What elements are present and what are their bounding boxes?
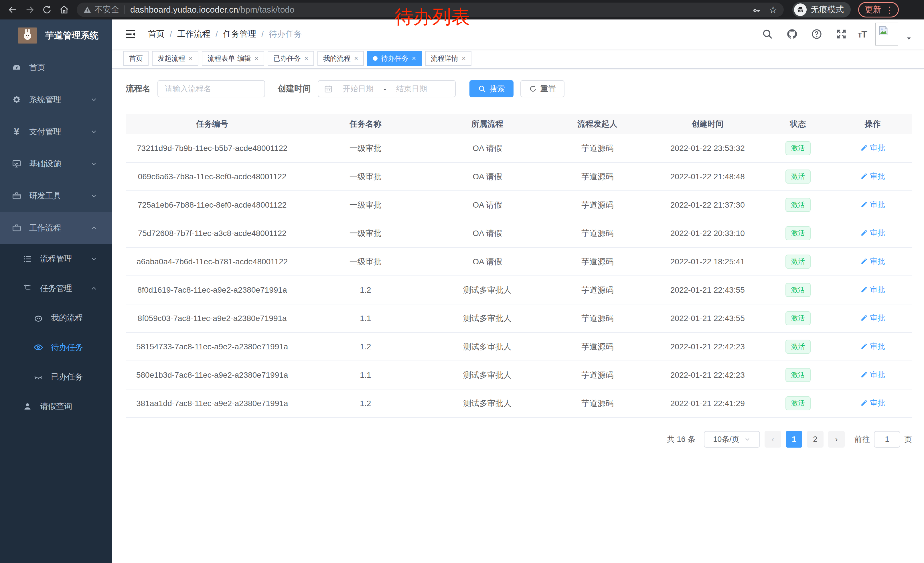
breadcrumb-item[interactable]: 首页 [148, 29, 165, 40]
approve-link[interactable]: 审批 [861, 341, 885, 351]
address-bar[interactable]: 不安全 dashboard.yudao.iocoder.cn/bpm/task/… [77, 3, 784, 17]
sidebar-item-dev-tools[interactable]: 研发工具 [0, 180, 112, 212]
sidebar-item-label: 已办任务 [51, 371, 83, 382]
tab-label: 流程表单-编辑 [207, 54, 251, 63]
prev-page-button[interactable]: ‹ [765, 431, 781, 447]
page-size-select[interactable]: 10条/页 [704, 431, 760, 447]
help-icon[interactable] [808, 26, 825, 42]
process-name-input[interactable] [165, 84, 258, 93]
search-button[interactable]: 搜索 [470, 80, 513, 98]
sidebar-item-todo-tasks[interactable]: 待办任务 [0, 332, 112, 362]
sidebar-item-label: 我的流程 [51, 312, 83, 323]
sidebar-item-leave-query[interactable]: 请假查询 [0, 392, 112, 421]
start-date-input[interactable] [337, 84, 380, 93]
status-badge: 激活 [786, 283, 811, 297]
browser-home-icon[interactable] [57, 2, 72, 17]
fullscreen-icon[interactable] [833, 26, 849, 42]
pen-icon [861, 286, 868, 293]
tasks-table: 任务编号 任务名称 所属流程 流程发起人 创建时间 状态 操作 73211d9d… [126, 114, 912, 418]
breadcrumb-item[interactable]: 工作流程 [177, 29, 210, 40]
goto-page-input[interactable] [874, 431, 900, 447]
caret-down-icon[interactable] [905, 35, 912, 42]
process-name-field[interactable] [158, 80, 265, 98]
cell-process: 测试多审批人 [432, 389, 542, 417]
end-date-input[interactable] [390, 84, 433, 93]
breadcrumb-item[interactable]: 任务管理 [223, 29, 256, 40]
browser-update-button[interactable]: 更新 ⋮ [858, 2, 899, 18]
close-icon[interactable]: × [462, 54, 466, 62]
range-separator: - [384, 84, 386, 93]
close-icon[interactable]: × [189, 54, 193, 62]
sidebar-item-label: 待办任务 [51, 342, 83, 353]
avatar[interactable] [875, 23, 898, 45]
cell-initiator: 芋道源码 [542, 248, 652, 276]
sidebar-item-payment[interactable]: ¥ 支付管理 [0, 116, 112, 148]
search-button-label: 搜索 [489, 84, 505, 94]
tab-my-process[interactable]: 我的流程× [318, 51, 364, 66]
browser-forward-icon[interactable] [22, 2, 37, 17]
status-badge: 激活 [786, 198, 811, 212]
password-key-icon[interactable] [752, 5, 761, 14]
approve-link[interactable]: 审批 [861, 171, 885, 181]
approve-link[interactable]: 审批 [861, 313, 885, 323]
approve-link[interactable]: 审批 [861, 370, 885, 380]
approve-link[interactable]: 审批 [861, 256, 885, 266]
sidebar-item-infrastructure[interactable]: 基础设施 [0, 148, 112, 180]
page-button-2[interactable]: 2 [807, 431, 824, 447]
approve-link[interactable]: 审批 [861, 285, 885, 295]
date-range-picker[interactable]: - [318, 80, 456, 98]
sidebar-item-task-mgmt[interactable]: 任务管理 [0, 273, 112, 303]
next-page-button[interactable]: › [828, 431, 845, 447]
tab-label: 流程详情 [431, 54, 458, 63]
sidebar-fold-icon[interactable] [123, 27, 138, 41]
search-icon[interactable] [759, 26, 776, 42]
tab-home[interactable]: 首页 [123, 51, 148, 66]
close-icon[interactable]: × [304, 54, 308, 62]
tab-process-form-edit[interactable]: 流程表单-编辑× [202, 51, 264, 66]
bookmark-star-icon[interactable]: ☆ [769, 4, 777, 15]
app-logo[interactable]: 芋道管理系统 [0, 20, 112, 51]
font-size-icon[interactable]: TT [858, 29, 867, 40]
pen-icon [861, 257, 868, 265]
table-row: 725a1eb6-7b88-11ec-8ef0-acde48001122 一级审… [126, 191, 912, 219]
cell-process: 测试多审批人 [432, 361, 542, 389]
sidebar-item-my-process[interactable]: 我的流程 [0, 303, 112, 332]
pen-icon [861, 342, 868, 350]
sidebar-item-system[interactable]: 系统管理 [0, 84, 112, 116]
tab-start-process[interactable]: 发起流程× [152, 51, 198, 66]
status-badge: 激活 [786, 311, 811, 325]
tab-process-detail[interactable]: 流程详情× [425, 51, 471, 66]
col-header-actions: 操作 [833, 114, 912, 134]
cell-initiator: 芋道源码 [542, 361, 652, 389]
create-time-label: 创建时间 [278, 83, 311, 95]
approve-link[interactable]: 审批 [861, 228, 885, 238]
cell-task-name: 一级审批 [298, 219, 432, 248]
cell-created: 2022-01-22 20:33:10 [652, 219, 762, 248]
github-icon[interactable] [784, 26, 800, 42]
col-header-created: 创建时间 [652, 114, 762, 134]
sidebar-item-home[interactable]: 首页 [0, 51, 112, 84]
breadcrumb-separator: / [261, 30, 264, 39]
close-icon[interactable]: × [412, 54, 416, 62]
browser-reload-icon[interactable] [39, 2, 54, 17]
status-badge: 激活 [786, 396, 811, 410]
sidebar-item-done-tasks[interactable]: 已办任务 [0, 362, 112, 392]
page-button-1[interactable]: 1 [786, 431, 802, 447]
browser-menu-icon[interactable]: ⋮ [885, 5, 894, 15]
tab-done-tasks[interactable]: 已办任务× [268, 51, 314, 66]
sidebar-item-workflow[interactable]: 工作流程 [0, 212, 112, 244]
user-icon [22, 401, 33, 412]
approve-link[interactable]: 审批 [861, 143, 885, 153]
status-badge: 激活 [786, 339, 811, 354]
close-icon[interactable]: × [255, 54, 258, 62]
security-chip[interactable]: 不安全 [83, 4, 119, 15]
browser-back-icon[interactable] [5, 2, 20, 17]
approve-link[interactable]: 审批 [861, 398, 885, 408]
workflow-submenu: 流程管理 任务管理 我的流程 待办任务 已办 [0, 244, 112, 563]
tab-todo-tasks[interactable]: 待办任务× [367, 51, 422, 66]
close-icon[interactable]: × [354, 54, 358, 62]
sidebar-item-process-mgmt[interactable]: 流程管理 [0, 244, 112, 273]
chevron-down-icon [744, 436, 751, 443]
approve-link[interactable]: 审批 [861, 200, 885, 210]
reset-button[interactable]: 重置 [520, 80, 564, 98]
